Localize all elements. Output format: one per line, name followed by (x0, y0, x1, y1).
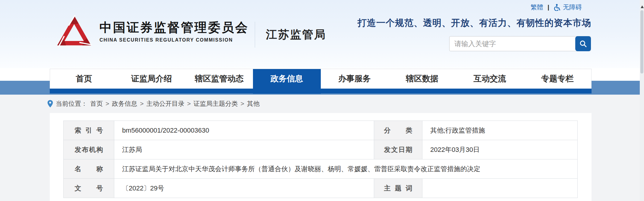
nav-item-special-topics[interactable]: 专题专栏 (524, 69, 591, 89)
main-nav: 首页 证监局介绍 辖区监管动态 政务信息 办事服务 辖区数据 互动交流 专题专栏 (50, 69, 592, 89)
breadcrumb-separator: > (140, 100, 144, 107)
location-pin-icon (47, 100, 53, 108)
subject-words-value (422, 179, 578, 198)
doc-number-label: 文号 (64, 179, 114, 198)
nav-item-regional-dynamics[interactable]: 辖区监管动态 (185, 69, 253, 89)
table-row: 文号 〔2022〕29号 主题词 (64, 179, 578, 198)
breadcrumb: 当前位置： 首页 > 政务信息 > 主动公开目录 > 证监局主题分类 > 其他 (47, 99, 260, 108)
breadcrumb-home[interactable]: 首页 (90, 99, 103, 108)
nav-item-government-info[interactable]: 政务信息 (253, 69, 320, 94)
index-number-value: bm56000001/2022-00003630 (114, 121, 374, 140)
nav-item-interaction[interactable]: 互动交流 (456, 69, 523, 89)
breadcrumb-topic-category[interactable]: 证监局主题分类 (194, 99, 238, 108)
slogan-text: 打造一个规范、透明、开放、有活力、有韧性的资本市场 (358, 17, 591, 29)
table-row: 发布机构 江苏局 发文日期 2022年03月30日 (64, 140, 578, 159)
breadcrumb-open-directory[interactable]: 主动公开目录 (147, 99, 185, 108)
publisher-value: 江苏局 (114, 140, 374, 159)
search-bar (449, 36, 591, 51)
scrollbar-thumb[interactable] (640, 10, 643, 74)
publish-date-value: 2022年03月30日 (422, 140, 578, 159)
breadcrumb-separator: > (106, 100, 109, 107)
category-value: 其他;行政监管措施 (422, 121, 578, 140)
bureau-name: 江苏监管局 (266, 27, 326, 42)
nav-item-home[interactable]: 首页 (50, 69, 118, 89)
document-meta-table: 索引号 bm56000001/2022-00003630 分类 其他;行政监管措… (63, 121, 578, 198)
subject-words-label: 主题词 (374, 179, 422, 198)
title-label: 名称 (64, 159, 114, 179)
publish-date-label: 发文日期 (374, 140, 422, 159)
title-value: 江苏证监局关于对北京中天华茂会计师事务所（普通合伙）及谢晓丽、杨明、常媛媛、雷普… (114, 159, 578, 179)
doc-number-value: 〔2022〕29号 (114, 179, 374, 198)
search-input[interactable] (449, 36, 591, 51)
search-icon (579, 39, 587, 48)
index-number-label: 索引号 (64, 121, 114, 140)
breadcrumb-label: 当前位置： (56, 99, 87, 108)
org-name-en: CHINA SECURITIES REGULATORY COMMISSION (99, 37, 249, 43)
table-row: 索引号 bm56000001/2022-00003630 分类 其他;行政监管措… (64, 121, 578, 140)
breadcrumb-separator: > (187, 100, 191, 107)
header-divider (255, 22, 255, 48)
nav-item-services[interactable]: 办事服务 (321, 69, 388, 89)
nav-item-bureau-intro[interactable]: 证监局介绍 (118, 69, 185, 89)
publisher-label: 发布机构 (64, 140, 114, 159)
scrollbar-up-arrow[interactable] (641, 5, 644, 8)
breadcrumb-current: 其他 (247, 99, 260, 108)
wheelchair-icon (554, 4, 561, 11)
topbar-separator: | (548, 4, 549, 11)
accessibility-label: 无障碍 (563, 3, 582, 11)
nav-bottom-strip (50, 89, 592, 93)
breadcrumb-separator: > (241, 100, 244, 107)
traditional-chinese-link[interactable]: 繁體 (531, 3, 543, 11)
org-title-block: 中国证券监督管理委员会 CHINA SECURITIES REGULATORY … (99, 20, 249, 43)
nav-item-regional-data[interactable]: 辖区数据 (388, 69, 456, 89)
accessibility-link[interactable]: 无障碍 (554, 3, 582, 11)
search-button[interactable] (575, 36, 591, 51)
csrc-logo[interactable] (57, 15, 92, 50)
table-row: 名称 江苏证监局关于对北京中天华茂会计师事务所（普通合伙）及谢晓丽、杨明、常媛媛… (64, 159, 578, 179)
breadcrumb-government-info[interactable]: 政务信息 (112, 99, 137, 108)
org-name-cn: 中国证券监督管理委员会 (99, 20, 249, 35)
topbar: 繁體 | 无障碍 (531, 3, 582, 11)
category-label: 分类 (374, 121, 422, 140)
